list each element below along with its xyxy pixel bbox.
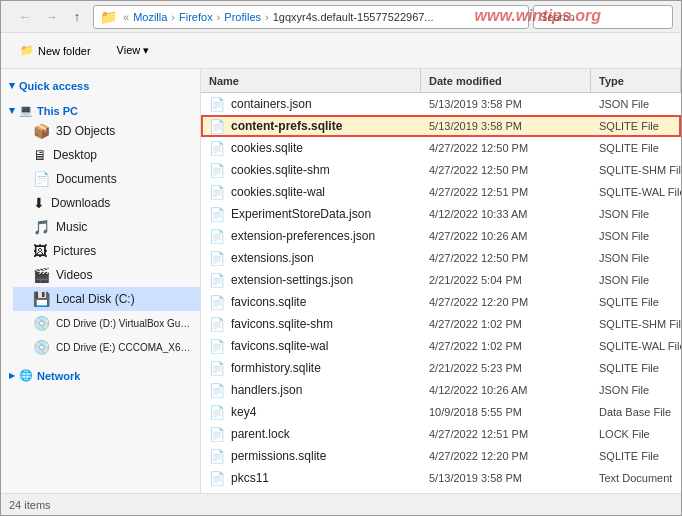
file-date-cell: 4/27/2022 12:20 PM xyxy=(421,445,591,467)
nav-buttons: ← → ↑ xyxy=(13,5,89,29)
file-icon: 📄 xyxy=(209,339,225,354)
3d-objects-label: 3D Objects xyxy=(56,124,115,138)
sidebar-item-3d-objects[interactable]: 📦 3D Objects xyxy=(13,119,200,143)
file-name: content-prefs.sqlite xyxy=(231,119,342,133)
addr-mozilla[interactable]: Mozilla xyxy=(133,11,167,23)
view-button[interactable]: View ▾ xyxy=(106,37,161,65)
file-row[interactable]: 📄extension-preferences.json4/27/2022 10:… xyxy=(201,225,681,247)
file-type-cell: JSON File xyxy=(591,379,681,401)
file-name: favicons.sqlite-shm xyxy=(231,317,333,331)
file-name-cell: 📄extension-preferences.json xyxy=(201,225,421,247)
file-row[interactable]: 📄favicons.sqlite4/27/2022 12:20 PMSQLITE… xyxy=(201,291,681,313)
file-row[interactable]: 📄cookies.sqlite-wal4/27/2022 12:51 PMSQL… xyxy=(201,181,681,203)
file-name: key4 xyxy=(231,405,256,419)
file-icon: 📄 xyxy=(209,119,225,134)
col-header-name[interactable]: Name xyxy=(201,69,421,92)
addr-profiles[interactable]: Profiles xyxy=(224,11,261,23)
local-disk-c-icon: 💾 xyxy=(33,291,50,307)
videos-label: Videos xyxy=(56,268,92,282)
new-folder-label: New folder xyxy=(38,45,91,57)
file-name: permissions.sqlite xyxy=(231,449,326,463)
desktop-icon: 🖥 xyxy=(33,147,47,163)
this-pc-items: 📦 3D Objects 🖥 Desktop 📄 Documents ⬇ Dow… xyxy=(1,119,200,359)
file-name: handlers.json xyxy=(231,383,302,397)
sidebar-item-cd-drive-d[interactable]: 💿 CD Drive (D:) VirtualBox Guest A xyxy=(13,311,200,335)
file-name: favicons.sqlite-wal xyxy=(231,339,328,353)
network-icon: 🌐 xyxy=(19,369,33,382)
address-bar[interactable]: 📁 « Mozilla › Firefox › Profiles › 1gqxy… xyxy=(93,5,529,29)
forward-button[interactable]: → xyxy=(39,5,63,29)
file-row[interactable]: 📄formhistory.sqlite2/21/2022 5:23 PMSQLI… xyxy=(201,357,681,379)
file-row[interactable]: 📄containers.json5/13/2019 3:58 PMJSON Fi… xyxy=(201,93,681,115)
file-row[interactable]: 📄permissions.sqlite4/27/2022 12:20 PMSQL… xyxy=(201,445,681,467)
file-name-cell: 📄pkcs11 xyxy=(201,467,421,489)
file-type-cell: JSON File xyxy=(591,225,681,247)
file-name: favicons.sqlite xyxy=(231,295,306,309)
breadcrumb: « Mozilla › Firefox › Profiles › 1gqxyr4… xyxy=(121,11,434,23)
file-date-cell: 4/27/2022 1:02 PM xyxy=(421,313,591,335)
sidebar-section-this-pc[interactable]: ▾ 💻 This PC xyxy=(1,98,200,119)
pictures-icon: 🖼 xyxy=(33,243,47,259)
file-row[interactable]: 📄handlers.json4/12/2022 10:26 AMJSON Fil… xyxy=(201,379,681,401)
quick-access-label: Quick access xyxy=(19,80,89,92)
file-name-cell: 📄permissions.sqlite xyxy=(201,445,421,467)
file-row[interactable]: 📄content-prefs.sqlite5/13/2019 3:58 PMSQ… xyxy=(201,115,681,137)
sidebar-section-quick-access[interactable]: ▾ Quick access xyxy=(1,73,200,94)
file-type-cell: LOCK File xyxy=(591,423,681,445)
file-type-cell: SQLITE File xyxy=(591,137,681,159)
file-date-cell: 4/27/2022 12:50 PM xyxy=(421,159,591,181)
file-row[interactable]: 📄cookies.sqlite4/27/2022 12:50 PMSQLITE … xyxy=(201,137,681,159)
file-type-cell: SQLITE File xyxy=(591,115,681,137)
file-icon: 📄 xyxy=(209,229,225,244)
file-date-cell: 4/27/2022 1:02 PM xyxy=(421,335,591,357)
file-row[interactable]: 📄pkcs115/13/2019 3:58 PMText Document xyxy=(201,467,681,489)
file-name-cell: 📄extension-settings.json xyxy=(201,269,421,291)
search-input[interactable] xyxy=(540,11,678,23)
file-row[interactable]: 📄ExperimentStoreData.json4/12/2022 10:33… xyxy=(201,203,681,225)
file-date-cell: 2/21/2022 5:23 PM xyxy=(421,357,591,379)
file-row[interactable]: 📄parent.lock4/27/2022 12:51 PMLOCK File xyxy=(201,423,681,445)
sidebar-item-downloads[interactable]: ⬇ Downloads xyxy=(13,191,200,215)
file-type-cell: SQLITE File xyxy=(591,357,681,379)
new-folder-button[interactable]: 📁 New folder xyxy=(9,37,102,65)
search-box[interactable]: 🔍 xyxy=(533,5,673,29)
file-row[interactable]: 📄favicons.sqlite-shm4/27/2022 1:02 PMSQL… xyxy=(201,313,681,335)
col-header-type[interactable]: Type xyxy=(591,69,681,92)
file-icon: 📄 xyxy=(209,97,225,112)
file-type-cell: SQLITE-WAL File xyxy=(591,335,681,357)
addr-profile-folder[interactable]: 1gqxyr4s.default-15577522967... xyxy=(273,11,434,23)
sidebar-item-local-disk-c[interactable]: 💾 Local Disk (C:) xyxy=(13,287,200,311)
file-row[interactable]: 📄favicons.sqlite-wal4/27/2022 1:02 PMSQL… xyxy=(201,335,681,357)
file-icon: 📄 xyxy=(209,383,225,398)
file-type-cell: SQLITE File xyxy=(591,291,681,313)
statusbar: 24 items xyxy=(1,493,681,515)
addr-firefox[interactable]: Firefox xyxy=(179,11,213,23)
file-type-cell: SQLITE-SHM File xyxy=(591,159,681,181)
sidebar-item-videos[interactable]: 🎬 Videos xyxy=(13,263,200,287)
folder-icon: 📁 xyxy=(100,9,117,25)
status-text: 24 items xyxy=(9,499,51,511)
file-date-cell: 4/27/2022 12:51 PM xyxy=(421,181,591,203)
file-row[interactable]: 📄key410/9/2018 5:55 PMData Base File xyxy=(201,401,681,423)
back-button[interactable]: ← xyxy=(13,5,37,29)
file-row[interactable]: 📄extension-settings.json2/21/2022 5:04 P… xyxy=(201,269,681,291)
file-name-cell: 📄containers.json xyxy=(201,93,421,115)
documents-icon: 📄 xyxy=(33,171,50,187)
sidebar-item-pictures[interactable]: 🖼 Pictures xyxy=(13,239,200,263)
chevron-icon: ▾ xyxy=(9,79,15,92)
file-icon: 📄 xyxy=(209,405,225,420)
file-name: cookies.sqlite xyxy=(231,141,303,155)
file-icon: 📄 xyxy=(209,427,225,442)
sidebar-item-desktop[interactable]: 🖥 Desktop xyxy=(13,143,200,167)
file-row[interactable]: 📄cookies.sqlite-shm4/27/2022 12:50 PMSQL… xyxy=(201,159,681,181)
file-icon: 📄 xyxy=(209,295,225,310)
up-button[interactable]: ↑ xyxy=(65,5,89,29)
file-row[interactable]: 📄extensions.json4/27/2022 12:50 PMJSON F… xyxy=(201,247,681,269)
sidebar-item-music[interactable]: 🎵 Music xyxy=(13,215,200,239)
sidebar-item-documents[interactable]: 📄 Documents xyxy=(13,167,200,191)
toolbar: 📁 New folder View ▾ xyxy=(1,33,681,69)
col-header-date[interactable]: Date modified xyxy=(421,69,591,92)
sidebar-section-network[interactable]: ▸ 🌐 Network xyxy=(1,363,200,384)
file-icon: 📄 xyxy=(209,449,225,464)
sidebar-item-cd-drive-e[interactable]: 💿 CD Drive (E:) CCCOMA_X64FRE_ xyxy=(13,335,200,359)
